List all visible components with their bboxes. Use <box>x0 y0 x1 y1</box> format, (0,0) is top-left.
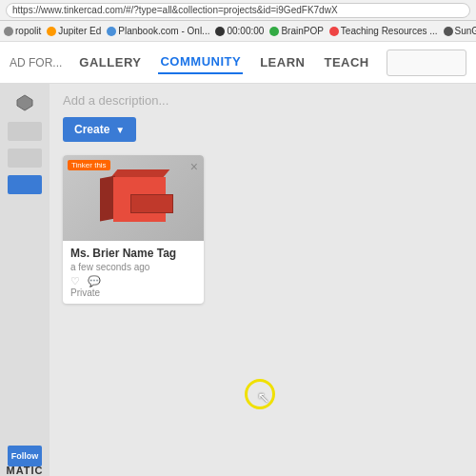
bookmark-label: Planbook.com - Onl... <box>118 26 209 36</box>
nav-search-box[interactable] <box>387 50 466 76</box>
like-icon[interactable]: ♡ <box>70 275 80 288</box>
bookmark-icon <box>47 27 56 36</box>
create-button-label: Create <box>74 123 109 136</box>
content-area: Add a description... Create ▼ Tinker thi… <box>50 84 476 476</box>
card-time: a few seconds ago <box>70 262 196 272</box>
bookmark-sungard[interactable]: SunGard Pa <box>444 26 476 36</box>
card-info: Ms. Brier Name Tag a few seconds ago ♡ 💬… <box>63 241 204 304</box>
project-card: Tinker this × Ms. Brier Name Tag a few s… <box>63 155 204 304</box>
bookmark-label: 00:00:00 <box>227 26 264 36</box>
book-3d-visual <box>100 169 167 227</box>
bookmark-label: Jupiter Ed <box>58 26 101 36</box>
bookmark-label: SunGard Pa <box>455 26 476 36</box>
sidebar: Follow MATIC <box>0 84 50 476</box>
bookmark-brainpop[interactable]: BrainPOP <box>269 26 323 36</box>
url-text: https://www.tinkercad.com/#/?type=all&co… <box>12 5 338 15</box>
cursor-highlight <box>245 379 275 409</box>
bookmark-icon <box>269 27 279 36</box>
bookmark-timer[interactable]: 00:00:00 <box>215 26 264 36</box>
nav-item-learn[interactable]: LEARN <box>258 51 307 73</box>
bookmarks-bar: ropolit Jupiter Ed Planbook.com - Onl...… <box>0 21 476 42</box>
comment-icon[interactable]: 💬 <box>88 275 101 288</box>
card-actions: ♡ 💬 <box>70 275 196 288</box>
book-front <box>113 177 166 222</box>
nav-item-gallery[interactable]: GALLERY <box>77 51 143 73</box>
sidebar-follow-button[interactable]: Follow <box>8 446 42 466</box>
nav-truncated-left: AD FOR... <box>10 56 62 69</box>
bookmark-icon <box>4 27 13 36</box>
bookmark-label: ropolit <box>15 26 41 36</box>
bookmark-icon <box>107 27 116 36</box>
card-title: Ms. Brier Name Tag <box>70 247 196 260</box>
card-close-icon[interactable]: × <box>190 159 198 174</box>
sidebar-logo <box>15 93 34 114</box>
sidebar-button[interactable] <box>8 175 42 194</box>
bookmark-label: BrainPOP <box>281 26 323 36</box>
browser-bar: https://www.tinkercad.com/#/?type=all&co… <box>0 0 476 21</box>
sidebar-input[interactable] <box>8 122 42 141</box>
nav-bar: AD FOR... GALLERY COMMUNITY LEARN TEACH <box>0 42 476 84</box>
card-privacy: Private <box>70 288 196 298</box>
nav-item-community[interactable]: COMMUNITY <box>158 50 243 74</box>
bookmark-icon <box>444 27 453 36</box>
create-button[interactable]: Create ▼ <box>63 117 136 142</box>
url-bar[interactable]: https://www.tinkercad.com/#/?type=all&co… <box>6 3 470 18</box>
follow-label: Follow <box>11 451 39 461</box>
bookmark-planbook[interactable]: Planbook.com - Onl... <box>107 26 209 36</box>
bookmark-icon <box>215 27 225 36</box>
description-field[interactable]: Add a description... <box>63 93 463 108</box>
matic-label: MATIC <box>6 465 43 476</box>
book-label <box>130 194 173 213</box>
bookmark-jupiter[interactable]: Jupiter Ed <box>47 26 101 36</box>
create-chevron-icon: ▼ <box>115 125 125 135</box>
bookmark-teaching[interactable]: Teaching Resources ... <box>329 26 438 36</box>
main-layout: Follow MATIC Add a description... Create… <box>0 84 476 476</box>
bookmark-label: Teaching Resources ... <box>341 26 438 36</box>
cursor-arrow: ↖ <box>257 388 269 407</box>
bookmark-icon <box>329 27 339 36</box>
sidebar-input-2[interactable] <box>8 149 42 168</box>
svg-marker-0 <box>17 95 32 110</box>
bookmark-ropolit[interactable]: ropolit <box>4 26 41 36</box>
card-image-area: Tinker this × <box>63 155 204 241</box>
nav-item-teach[interactable]: TEACH <box>322 51 370 73</box>
